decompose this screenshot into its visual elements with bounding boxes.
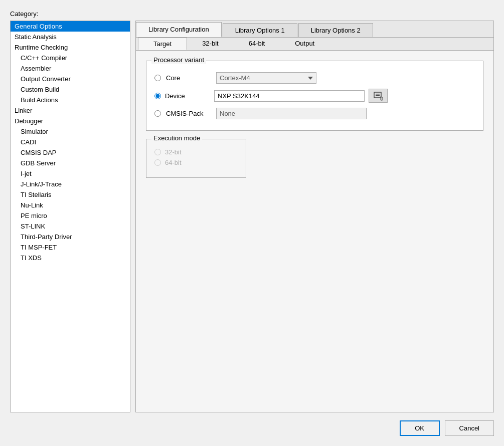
sidebar: General OptionsStatic AnalysisRuntime Ch… [10,21,130,412]
execution-mode-group: Execution mode 32-bit 64-bit [146,139,246,178]
sidebar-item-cadi[interactable]: CADI [11,137,130,147]
device-row: Device + [154,89,475,103]
device-label[interactable]: Device [165,92,210,100]
sidebar-item-ti-xds[interactable]: TI XDS [11,253,130,263]
cmsis-radio[interactable] [154,110,161,117]
device-input[interactable] [214,90,365,102]
subtab-target[interactable]: Target [138,38,187,50]
tabs-row: Library ConfigurationLibrary Options 1Li… [136,21,493,38]
exec-32bit-row: 32-bit [154,148,238,156]
exec-64bit-radio [154,159,161,166]
category-label: Category: [10,10,494,18]
tab-library-options-1[interactable]: Library Options 1 [223,23,297,37]
device-browse-button[interactable]: + [369,89,388,103]
tab-library-options-2[interactable]: Library Options 2 [298,23,373,37]
processor-variant-title: Processor variant [151,56,206,64]
sidebar-item-nu-link[interactable]: Nu-Link [11,200,130,210]
browse-icon: + [373,91,383,101]
sidebar-item-simulator[interactable]: Simulator [11,126,130,137]
exec-64bit-row: 64-bit [154,159,238,166]
sidebar-item-general-options[interactable]: General Options [11,21,130,32]
subtabs-row: Target32-bit64-bitOutput [136,38,493,51]
subtab-32bit[interactable]: 32-bit [187,38,234,50]
exec-32bit-label: 32-bit [165,148,182,156]
execution-mode-title: Execution mode [151,134,202,142]
sidebar-item-custom-build[interactable]: Custom Build [11,84,130,95]
svg-rect-1 [376,94,380,95]
sidebar-item-st-link[interactable]: ST-LINK [11,221,130,232]
footer: OK Cancel [10,420,494,436]
sidebar-item-cmsis-dap[interactable]: CMSIS DAP [11,147,130,158]
sidebar-item-jlink-jtrace[interactable]: J-Link/J-Trace [11,179,130,189]
sidebar-item-gdb-server[interactable]: GDB Server [11,158,130,168]
cmsis-pack-row: CMSIS-Pack [154,108,475,119]
content-area: Library ConfigurationLibrary Options 1Li… [135,21,494,412]
tab-content: Processor variant Core Cortex-M0Cortex-M… [136,51,493,412]
core-row: Core Cortex-M0Cortex-M0+Cortex-M1Cortex-… [154,72,475,84]
core-dropdown[interactable]: Cortex-M0Cortex-M0+Cortex-M1Cortex-M3Cor… [216,72,316,84]
main-content: General OptionsStatic AnalysisRuntime Ch… [10,21,494,412]
sidebar-item-ti-stellaris[interactable]: TI Stellaris [11,189,130,200]
device-radio[interactable] [154,93,161,99]
options-dialog: Category: General OptionsStatic Analysis… [10,10,494,436]
sidebar-item-runtime-checking[interactable]: Runtime Checking [11,42,130,53]
sidebar-item-linker[interactable]: Linker [11,105,130,116]
sidebar-item-cpp-compiler[interactable]: C/C++ Compiler [11,53,130,63]
sidebar-item-assembler[interactable]: Assembler [11,63,130,74]
sidebar-item-third-party[interactable]: Third-Party Driver [11,232,130,242]
core-radio[interactable] [154,75,161,81]
subtab-output[interactable]: Output [280,38,329,50]
sidebar-item-static-analysis[interactable]: Static Analysis [11,32,130,42]
processor-variant-group: Processor variant Core Cortex-M0Cortex-M… [146,61,483,131]
svg-text:+: + [381,97,383,100]
sidebar-item-i-jet[interactable]: I-jet [11,168,130,179]
cancel-button[interactable]: Cancel [445,420,494,436]
exec-32bit-radio [154,149,161,155]
cmsis-input[interactable] [216,108,367,119]
sidebar-item-debugger[interactable]: Debugger [11,116,130,126]
svg-rect-2 [376,95,380,96]
subtab-64bit[interactable]: 64-bit [234,38,280,50]
tab-library-config[interactable]: Library Configuration [136,22,222,37]
exec-64bit-label: 64-bit [165,159,182,166]
sidebar-item-build-actions[interactable]: Build Actions [11,95,130,105]
core-label[interactable]: Core [166,74,211,82]
sidebar-item-ti-msp-fet[interactable]: TI MSP-FET [11,242,130,253]
ok-button[interactable]: OK [400,420,440,436]
sidebar-item-output-converter[interactable]: Output Converter [11,74,130,84]
cmsis-label[interactable]: CMSIS-Pack [166,110,211,117]
sidebar-item-pe-micro[interactable]: PE micro [11,210,130,221]
